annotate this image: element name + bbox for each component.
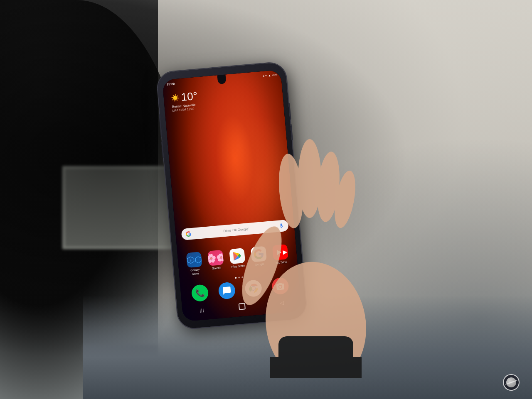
page-dot-1 [235,277,236,279]
camera-icon [275,282,285,291]
google-label: Google [255,262,264,267]
weather-sun-icon: ☀️ [171,93,180,102]
messages-bubble-icon [222,286,232,296]
youtube-label: YouTube [275,260,287,265]
play-store-logo [232,251,243,262]
app-galaxy-store[interactable]: S GalaxyStore [183,252,206,277]
nav-home-button[interactable] [239,303,246,310]
dock-messages-app[interactable] [218,282,236,299]
status-wifi: ▲ [268,73,271,77]
chrome-logo-icon [248,282,259,294]
nav-recents-button[interactable]: ||| [200,308,204,313]
app-youtube[interactable]: YouTube [269,244,292,269]
galaxy-store-label: GalaxyStore [190,268,200,276]
status-signal: ▲▼ [262,74,267,77]
watermark-circle [503,374,520,391]
galerie-flower-icon: 🌸 [207,253,217,264]
galerie-label: Galerie [212,266,221,270]
dock-camera-app[interactable] [271,277,289,295]
page-dot-3 [241,277,243,278]
site-watermark [503,374,520,391]
blurred-window [62,166,179,249]
bottom-dark-area [83,295,532,399]
galaxy-store-icon: S [186,252,202,268]
app-galerie[interactable]: 🌸 Galerie [204,250,227,274]
phone-device: 15:20 ▲▼ ▲ 76% ☀️ 10° Bonne-Nouvelle MAJ… [157,62,308,330]
phone-call-icon: 📞 [195,288,205,298]
google-logo [253,248,264,260]
google-icon [251,246,267,262]
dock-phone-app[interactable]: 📞 [191,284,209,302]
svg-marker-2 [276,250,281,255]
status-right-icons: ▲▼ ▲ 76% [262,73,277,77]
status-battery: 76% [272,73,277,76]
weather-temperature: ☀️ 10° [171,90,198,105]
weather-widget: ☀️ 10° Bonne-Nouvelle MAJ 12/04 12:40 [171,90,199,112]
planet-logo-icon [506,377,516,387]
google-logo-icon [185,231,192,237]
svg-point-5 [279,286,281,288]
phone-screen: 15:20 ▲▼ ▲ 76% ☀️ 10° Bonne-Nouvelle MAJ… [162,70,302,322]
microphone-icon [278,223,284,229]
phone-body: 15:20 ▲▼ ▲ 76% ☀️ 10° Bonne-Nouvelle MAJ… [157,62,308,330]
page-dot-2 [238,277,240,278]
dock-chrome-app[interactable] [244,279,262,297]
play-store-label: Play Store [231,264,245,269]
nav-back-button[interactable]: ◁ [280,300,284,306]
app-google[interactable]: Google [248,246,271,271]
youtube-icon [272,244,288,260]
galerie-icon: 🌸 [207,250,224,266]
status-time: 15:20 [167,82,175,86]
play-store-icon [229,248,245,264]
galaxy-store-logo: S [186,255,195,266]
svg-text:S: S [190,259,192,262]
youtube-logo [273,248,283,257]
app-play-store[interactable]: Play Store [226,248,249,273]
